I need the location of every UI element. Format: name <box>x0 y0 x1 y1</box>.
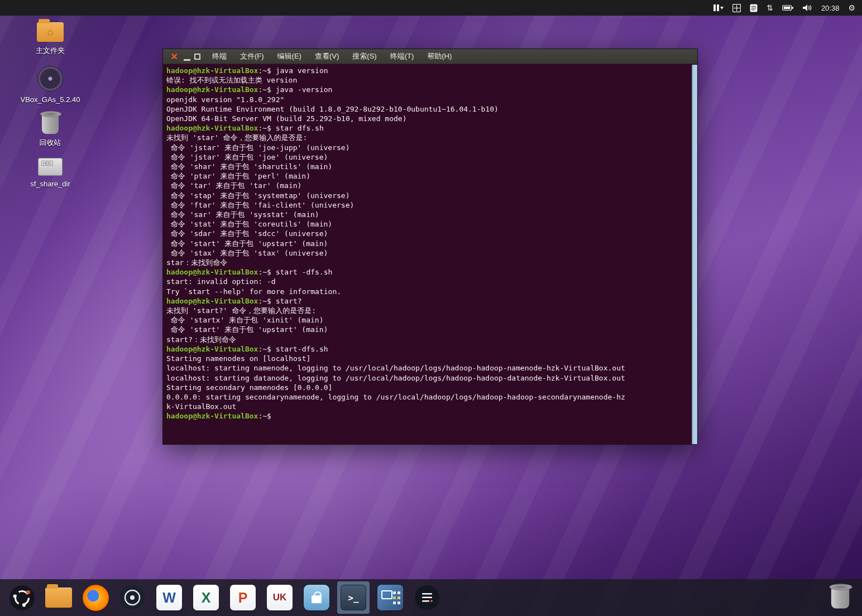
dock-item-software-store[interactable] <box>300 581 333 614</box>
terminal-line: localhost: starting datanode, logging to… <box>166 373 688 383</box>
desktop-icon-home[interactable]: 主文件夹 <box>36 22 65 56</box>
dock-item-excel[interactable]: X <box>190 581 222 614</box>
hdd-badge: HDD <box>41 161 53 166</box>
menu-file[interactable]: 文件(F) <box>240 51 264 61</box>
terminal-line: start?：未找到命令 <box>166 335 688 344</box>
dock-item-software-center-uk[interactable]: UK <box>264 581 296 614</box>
desktop-icon-label: sf_share_dir <box>30 180 70 188</box>
dock-item-file-manager[interactable] <box>42 581 75 614</box>
terminal-line: 命令 'start' 来自于包 'upstart' (main) <box>166 239 688 248</box>
folder-icon <box>45 588 72 608</box>
maximize-button[interactable] <box>194 54 200 60</box>
menu-view[interactable]: 查看(V) <box>315 51 339 61</box>
dock-item-firefox[interactable] <box>79 581 112 614</box>
media-player-icon <box>119 585 145 610</box>
desktop-icon-share-dir[interactable]: HDD sf_share_dir <box>30 158 70 188</box>
menu-terminal[interactable]: 终端(T) <box>390 51 414 61</box>
desktop-icon-label: 回收站 <box>40 138 61 148</box>
battery-icon[interactable] <box>782 0 794 16</box>
dock-item-media-player[interactable] <box>116 581 149 614</box>
dock-item-launcher-kylin-menu[interactable] <box>6 581 38 614</box>
close-button[interactable]: ✕ <box>169 49 180 64</box>
dock-item-trash[interactable] <box>824 581 856 614</box>
terminal-line: hadoop@hzk-VirtualBox:~$ start -dfs.sh <box>166 267 688 277</box>
terminal-line: 命令 'stat' 来自于包 'coreutils' (main) <box>166 219 688 229</box>
dock-item-system-assistant[interactable] <box>411 581 443 614</box>
desktop-icon-trash[interactable]: 回收站 <box>40 114 61 148</box>
menu-terminal-app[interactable]: 终端 <box>212 51 227 61</box>
menu-help[interactable]: 帮助(H) <box>427 51 452 61</box>
screenshot-tool-icon <box>377 585 403 610</box>
terminal-line: 命令 'ptar' 来自于包 'perl' (main) <box>166 171 688 181</box>
input-method-icon[interactable] <box>732 0 741 16</box>
session-gear-icon[interactable]: ⚙ <box>848 0 855 16</box>
terminal-line: star：未找到命令 <box>166 258 688 267</box>
terminal-line: 0.0.0.0: starting secondarynamenode, log… <box>166 392 688 402</box>
terminal-line: Try `start --help' for more information. <box>166 287 688 296</box>
terminal-icon: >_ <box>341 585 366 610</box>
terminal-line: k-VirtualBox.out <box>166 402 688 411</box>
kylin-menu-icon <box>9 585 35 611</box>
terminal-line: start: invalid option: -d <box>166 277 688 286</box>
terminal-line: hadoop@hzk-VirtualBox:~$ star dfs.sh <box>166 123 688 133</box>
home-folder-icon <box>37 22 64 42</box>
terminal-output[interactable]: hadoop@hzk-VirtualBox:~$ java version错误:… <box>163 65 692 444</box>
terminal-menubar: 终端 文件(F) 编辑(E) 查看(V) 搜索(S) 终端(T) 帮助(H) <box>212 51 452 61</box>
panel-layout-icon[interactable] <box>713 0 724 16</box>
terminal-line: 命令 'jstar' 来自于包 'joe-jupp' (universe) <box>166 143 688 152</box>
dock-trash-icon <box>831 587 849 609</box>
excel-icon: X <box>193 585 219 610</box>
terminal-line: Starting namenodes on [localhost] <box>166 354 688 363</box>
trash-icon <box>42 114 59 134</box>
uk-software-center-icon: UK <box>267 585 293 610</box>
terminal-line: OpenJDK 64-Bit Server VM (build 25.292-b… <box>166 114 688 123</box>
terminal-line: 命令 'jstar' 来自于包 'joe' (universe) <box>166 152 688 162</box>
system-assistant-icon <box>414 585 440 610</box>
terminal-line: 命令 'tar' 来自于包 'tar' (main) <box>166 181 688 190</box>
top-panel: ⇅ 20:38 ⚙ <box>0 0 862 16</box>
terminal-line: Starting secondary namenodes [0.0.0.0] <box>166 383 688 392</box>
software-store-icon <box>304 585 329 610</box>
notes-icon[interactable] <box>750 0 758 16</box>
terminal-line: 未找到 'start?' 命令，您要输入的是否是: <box>166 306 688 315</box>
menu-search[interactable]: 搜索(S) <box>352 51 376 61</box>
hdd-icon: HDD <box>38 158 63 176</box>
terminal-line: 命令 'ftar' 来自于包 'fai-client' (universe) <box>166 200 688 210</box>
terminal-line: 命令 'start' 来自于包 'upstart' (main) <box>166 325 688 334</box>
clock[interactable]: 20:38 <box>821 4 840 12</box>
terminal-line: 未找到 'star' 命令，您要输入的是否是: <box>166 133 688 142</box>
terminal-titlebar[interactable]: ✕ 终端 文件(F) 编辑(E) 查看(V) 搜索(S) 终端(T) 帮助(H) <box>163 49 697 64</box>
terminal-line: OpenJDK Runtime Environment (build 1.8.0… <box>166 104 688 114</box>
network-arrows-icon[interactable]: ⇅ <box>767 0 773 16</box>
terminal-line: 错误: 找不到或无法加载主类 version <box>166 75 688 85</box>
terminal-line: hadoop@hzk-VirtualBox:~$ start? <box>166 296 688 306</box>
desktop-icon-label: 主文件夹 <box>36 46 65 56</box>
terminal-line: 命令 'startx' 来自于包 'xinit' (main) <box>166 315 688 325</box>
terminal-line: hadoop@hzk-VirtualBox:~$ java -version <box>166 85 688 94</box>
terminal-line: 命令 'stap' 来自于包 'systemtap' (universe) <box>166 191 688 200</box>
menu-edit[interactable]: 编辑(E) <box>277 51 301 61</box>
volume-icon[interactable] <box>803 0 812 16</box>
terminal-line: hadoop@hzk-VirtualBox:~$ start-dfs.sh <box>166 344 688 354</box>
minimize-button[interactable] <box>184 59 190 61</box>
terminal-line: 命令 'sdar' 来自于包 'sdcc' (universe) <box>166 229 688 238</box>
terminal-line: 命令 'sar' 来自于包 'sysstat' (main) <box>166 210 688 219</box>
desktop-icon-label: VBox_GAs_5.2.40 <box>21 95 80 104</box>
dock-item-screenshot-tool[interactable] <box>374 581 406 614</box>
cd-disc-icon <box>37 66 63 92</box>
dock-item-terminal[interactable]: >_ <box>337 581 370 614</box>
terminal-line: 命令 'stax' 来自于包 'stax' (universe) <box>166 248 688 258</box>
terminal-line: openjdk version "1.8.0_292" <box>166 95 688 104</box>
desktop-icon-vbox-cd[interactable]: VBox_GAs_5.2.40 <box>21 66 80 104</box>
desktop-icon-column: 主文件夹 VBox_GAs_5.2.40 回收站 HDD sf_share_di… <box>25 22 76 188</box>
terminal-scrollbar[interactable] <box>692 65 697 444</box>
powerpoint-icon: P <box>230 585 256 610</box>
word-icon: W <box>156 585 182 610</box>
terminal-line: hadoop@hzk-VirtualBox:~$ java version <box>166 66 688 75</box>
terminal-line: 命令 'shar' 来自于包 'sharutils' (main) <box>166 162 688 171</box>
terminal-line: hadoop@hzk-VirtualBox:~$ <box>166 411 688 421</box>
dock: W X P UK >_ <box>0 579 862 616</box>
dock-item-powerpoint[interactable]: P <box>227 581 259 614</box>
terminal-line: localhost: starting namenode, logging to… <box>166 363 688 373</box>
dock-item-word[interactable]: W <box>153 581 185 614</box>
